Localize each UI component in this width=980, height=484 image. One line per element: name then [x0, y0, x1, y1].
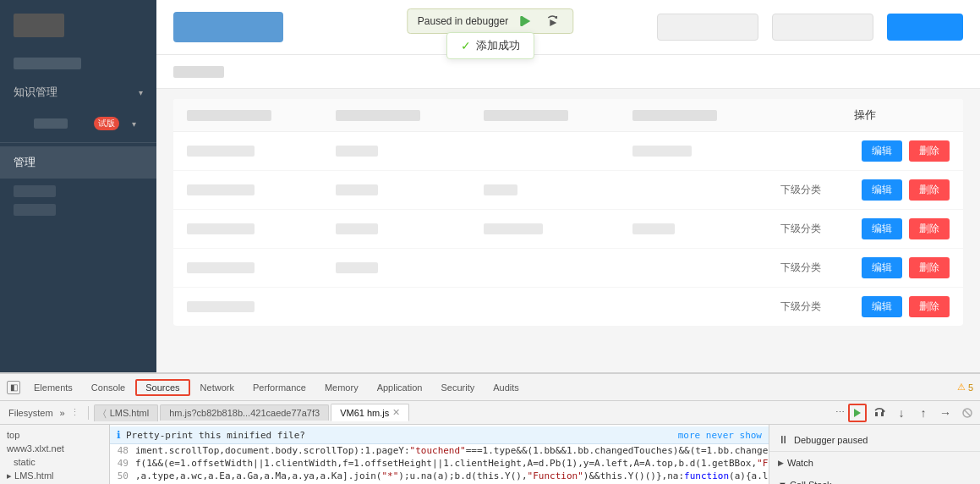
cell-1 [187, 223, 336, 234]
table-row: 下级分类 编辑 删除 [173, 249, 963, 288]
data-table: 操作 编辑 删除 [173, 99, 963, 326]
row-3-actions: 下级分类 编辑 删除 [780, 218, 950, 239]
watch-chevron: ▶ [778, 459, 784, 467]
svg-marker-2 [550, 19, 556, 26]
more-options-icon[interactable]: ⋮ [67, 407, 83, 418]
resume-execution-button[interactable] [848, 404, 867, 422]
header-search-2[interactable] [772, 14, 873, 41]
file-tab-label: LMS.html [110, 408, 149, 418]
deactivate-breakpoints-button[interactable] [958, 404, 977, 422]
sidebar-item-management[interactable]: 管理 [0, 146, 156, 179]
sidebar-logo [0, 0, 156, 51]
step-over-next-button[interactable] [870, 404, 889, 422]
step-button[interactable]: → [936, 404, 955, 422]
sidebar-divider [0, 142, 156, 143]
cell-4 [632, 223, 781, 234]
row-4-actions: 下级分类 编辑 删除 [780, 257, 950, 278]
toast-notification: ✓ 添加成功 [446, 32, 534, 59]
sidebar-knowledge-label: 知识管理 [14, 85, 57, 100]
edit-button-4[interactable]: 编辑 [862, 257, 902, 278]
info-icon: ℹ [117, 429, 121, 441]
step-over-button[interactable] [542, 13, 562, 30]
tab-audits[interactable]: Audits [485, 379, 528, 396]
tab-network[interactable]: Network [192, 379, 243, 396]
tab-security[interactable]: Security [432, 379, 483, 396]
cell-1 [187, 184, 336, 195]
tab-performance[interactable]: Performance [244, 379, 315, 396]
cell-block [187, 146, 255, 157]
file-icon: 〈 [103, 408, 107, 419]
callstack-section-header[interactable]: ▼ Call Stack [778, 477, 972, 484]
edit-button-5[interactable]: 编辑 [862, 296, 902, 317]
delete-button-4[interactable]: 删除 [909, 257, 950, 278]
more-never-show-link[interactable]: more never show [678, 430, 762, 441]
header-search-1[interactable] [657, 14, 758, 41]
breadcrumb-text [173, 66, 224, 78]
tab-elements[interactable]: Elements [25, 379, 81, 396]
edit-button-1[interactable]: 编辑 [862, 140, 902, 162]
warning-num: 5 [968, 382, 973, 393]
table-header: 操作 [173, 99, 963, 132]
step-over-icon [873, 407, 885, 419]
step-out-button[interactable]: ↑ [914, 404, 933, 422]
cell-3 [484, 184, 632, 195]
static-item[interactable]: static [0, 455, 109, 469]
edit-button-2[interactable]: 编辑 [862, 179, 902, 201]
tab-console[interactable]: Console [83, 379, 134, 396]
table-area: 操作 编辑 删除 [156, 89, 980, 336]
play-step-icon [852, 408, 862, 418]
close-tab-icon[interactable]: ✕ [392, 407, 400, 418]
version-badge: 试版 [94, 117, 119, 130]
delete-button-2[interactable]: 删除 [909, 179, 950, 201]
www3-item[interactable]: www3.xlxt.net [0, 442, 109, 455]
right-debugger-panel: ⏸ Debugger paused ▶ Watch ▼ Call Stack [769, 425, 980, 484]
top-item[interactable]: top [0, 428, 109, 442]
watch-label: Watch [787, 458, 813, 468]
watch-section-header[interactable]: ▶ Watch [778, 455, 972, 470]
devtools-tabs: ◧ Elements Console Sources Network Perfo… [0, 374, 980, 401]
lms-item[interactable]: ▸ LMS.html [0, 469, 109, 483]
sidebar-item-knowledge[interactable]: 知识管理 ▾ [0, 76, 156, 108]
file-tab-vm61[interactable]: VM61 hm.js ✕ [331, 404, 409, 421]
line-number: 49 [110, 458, 135, 469]
info-bar: ℹ Pretty-print this minified file? more … [110, 426, 769, 444]
cell-4 [632, 146, 781, 157]
file-tab-lms[interactable]: 〈 LMS.html [94, 404, 158, 421]
row-btn-group: 编辑 删除 [862, 179, 950, 201]
action-col-header: 操作 [780, 107, 950, 123]
table-row: 编辑 删除 [173, 132, 963, 171]
static-label: static [14, 457, 36, 467]
header-add-btn[interactable] [887, 14, 963, 41]
step-into-button[interactable]: ↓ [892, 404, 911, 422]
expand-filesystem-icon[interactable]: » [60, 408, 65, 418]
sidebar-placeholder-3 [14, 204, 56, 216]
col-4-placeholder [632, 110, 717, 121]
devtools-panel: ◧ Elements Console Sources Network Perfo… [0, 372, 980, 484]
cell-block [336, 223, 378, 234]
devtools-left-icon[interactable]: ◧ [7, 381, 20, 394]
breadcrumb-area [156, 55, 980, 89]
line-content: ,a.type,a.wc,a.Ea,a.Ga,a.Ma,a.ya,a.Ka].j… [135, 470, 769, 481]
expand-icon: ▾ [139, 88, 143, 97]
file-tab-hm[interactable]: hm.js?cb82b818b...421caede77a7f3 [160, 404, 329, 421]
collapse-icon: ▾ [132, 119, 136, 129]
first-row-btn-group: 编辑 删除 [862, 140, 950, 162]
delete-button-1[interactable]: 删除 [909, 140, 950, 162]
svg-marker-0 [522, 16, 530, 26]
cell-block [336, 146, 378, 157]
resume-button[interactable] [515, 13, 535, 30]
sidebar-sub-version[interactable]: 试版 ▾ [0, 108, 156, 139]
row-btn-group: 编辑 删除 [862, 218, 950, 239]
delete-button-5[interactable]: 删除 [909, 296, 950, 317]
sub-category-label: 下级分类 [780, 222, 821, 236]
tab-sources[interactable]: Sources [135, 379, 189, 396]
delete-button-3[interactable]: 删除 [909, 218, 950, 239]
sidebar-placeholder-2 [14, 185, 56, 197]
tab-application[interactable]: Application [369, 379, 431, 396]
info-text: Pretty-print this minified file? [126, 430, 673, 441]
sub-label-block [34, 118, 68, 129]
edit-button-3[interactable]: 编辑 [862, 218, 902, 239]
tab-memory[interactable]: Memory [316, 379, 367, 396]
code-line-49: 49 f(1&&(e=1.offsetWidth||1.clientWidth,… [110, 457, 769, 470]
debugger-paused-bar: Paused in debugger [407, 8, 573, 34]
